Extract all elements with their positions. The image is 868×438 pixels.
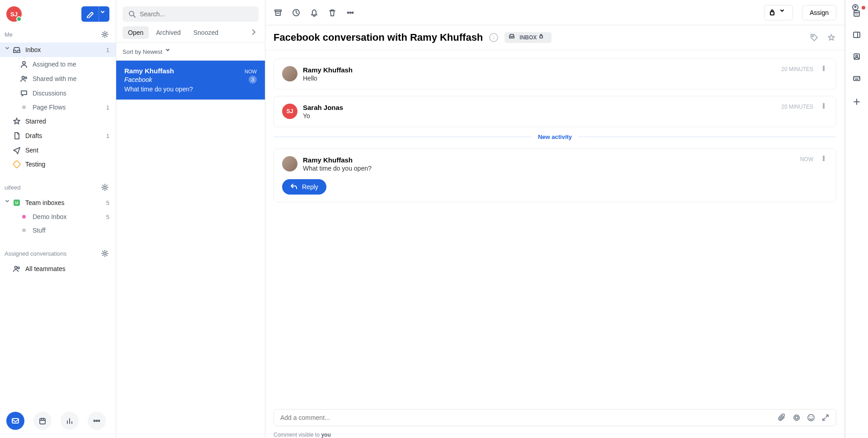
svg-point-26 [823,105,825,107]
sidebar-bottom [0,404,116,438]
section-me-settings[interactable] [100,30,109,39]
composer-box[interactable] [274,409,836,426]
rb-details[interactable] [852,30,862,40]
compose-button[interactable] [81,6,99,22]
info-button[interactable]: i [489,33,498,42]
chevron-down-icon [780,9,788,17]
svg-point-28 [823,156,825,157]
message-more[interactable] [821,155,829,163]
tag-button[interactable] [809,33,819,43]
conversation-item[interactable]: Ramy Khuffash NOW Facebook 3 What time d… [116,61,265,100]
attach-button[interactable] [778,414,786,422]
composer [265,404,844,429]
nav-testing[interactable]: Testing [0,157,116,171]
smile-icon [807,414,815,422]
visibility-prefix: Comment visible to [274,432,321,438]
nav-assigned-to-me[interactable]: Assigned to me [0,57,116,71]
user-initials: SJ [10,11,18,18]
mention-button[interactable] [793,414,801,422]
nav-starred[interactable]: Starred [0,114,116,129]
svg-point-18 [352,12,354,13]
message-text: Yo [303,112,828,119]
nav-all-teammates[interactable]: All teammates [0,262,116,276]
nav-inbox-label: Inbox [25,46,106,53]
nav-shared-with-me[interactable]: Shared with me [0,71,116,86]
sort-label: Sort by Newest [123,48,162,55]
svg-point-7 [18,267,19,269]
star-icon [827,33,835,42]
inbox-icon [13,46,21,54]
message-more[interactable] [821,65,829,73]
section-uifeed-settings[interactable] [100,183,109,192]
composer-input[interactable] [280,414,778,421]
nav-stuff-label: Stuff [33,227,109,234]
rb-contact[interactable] [852,52,862,62]
calendar-icon [38,417,47,425]
nav-inbox[interactable]: Inbox 1 [0,43,116,57]
snooze-button[interactable] [292,8,301,17]
filter-open[interactable]: Open [123,26,149,39]
nav-sent[interactable]: Sent [0,143,116,157]
svg-rect-9 [40,419,45,424]
notify-button[interactable] [310,8,319,17]
search-box[interactable] [123,6,259,22]
conversation-pane: Assign Facebook conversation with Ramy K… [265,0,845,438]
inbox-chip-label: INBOX [519,34,537,41]
rb-keyboard[interactable] [852,73,862,83]
nav-discussions[interactable]: Discussions [0,86,116,100]
section-me-label: Me [5,31,13,38]
nav-demo-inbox-label: Demo Inbox [33,213,106,220]
message-more[interactable] [821,103,829,111]
nav-drafts-count: 1 [106,133,109,139]
nav-drafts[interactable]: Drafts 1 [0,129,116,143]
compose-dropdown[interactable] [99,6,109,22]
team-icon: U [13,200,21,206]
nav-team-inboxes[interactable]: U Team inboxes 5 [0,195,116,210]
messages: Ramy Khuffash Hello 20 MINUTES SJ Sarah … [265,50,844,404]
more-button[interactable] [88,412,106,430]
user-avatar[interactable]: SJ [6,6,22,22]
nav-stuff[interactable]: Stuff [0,224,116,237]
delete-button[interactable] [328,8,337,17]
dots-icon [346,9,354,17]
notification-indicator[interactable] [851,4,865,12]
bell-icon [310,9,318,17]
filter-archived[interactable]: Archived [151,26,186,39]
lock-dropdown[interactable] [764,5,793,20]
calendar-button[interactable] [33,412,52,430]
reply-button[interactable]: Reply [282,179,326,195]
nav-page-flows[interactable]: Page Flows 1 [0,100,116,114]
inbox-chip[interactable]: INBOX [505,32,552,43]
toolbar-more[interactable] [346,8,355,17]
filter-more[interactable] [250,29,259,37]
filter-snoozed[interactable]: Snoozed [188,26,224,39]
pencil-icon [86,10,94,18]
section-assigned-settings[interactable] [100,249,109,258]
users-icon [20,75,28,83]
message-avatar [282,156,297,171]
activity-label: New activity [532,133,578,140]
users-icon [13,265,21,273]
message-time: 20 MINUTES [781,104,813,110]
emoji-button[interactable] [807,414,815,422]
inbox-button[interactable] [6,412,24,430]
analytics-button[interactable] [61,412,79,430]
search-input[interactable] [140,10,253,18]
dot-icon [20,105,28,109]
nav-sent-label: Sent [25,147,109,154]
svg-point-21 [812,36,814,37]
dot-icon [20,229,28,232]
user-icon [20,60,28,68]
svg-point-25 [823,104,825,105]
rocket-icon [851,4,859,12]
archive-button[interactable] [274,8,283,17]
svg-rect-8 [12,419,19,423]
star-button[interactable] [826,33,836,43]
nav-demo-inbox[interactable]: Demo Inbox 5 [0,210,116,224]
list-pane: Open Archived Snoozed Sort by Newest Ram… [116,0,265,438]
message-card: SJ Sarah Jonas Yo 20 MINUTES [274,96,836,127]
sort-button[interactable]: Sort by Newest [116,43,265,61]
expand-button[interactable] [821,414,830,422]
rb-add[interactable] [852,97,862,107]
assign-button[interactable]: Assign [802,5,836,20]
